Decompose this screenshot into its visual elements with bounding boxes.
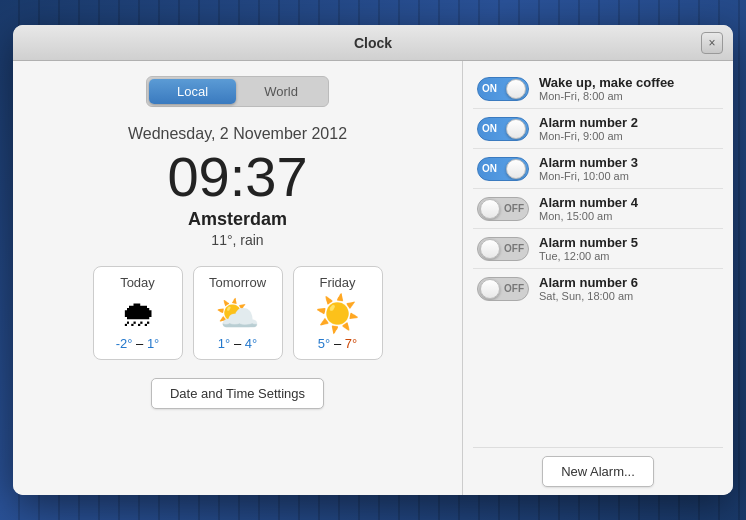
alarm-name: Alarm number 6 (539, 275, 719, 290)
alarm-name: Wake up, make coffee (539, 75, 719, 90)
toggle-off-label: OFF (504, 243, 524, 254)
alarm-schedule: Mon-Fri, 8:00 am (539, 90, 719, 102)
weather-temp: -2° – 1° (116, 336, 160, 351)
tab-local[interactable]: Local (149, 79, 236, 104)
alarm-toggle-3[interactable]: ON (477, 157, 529, 181)
weather-card-day: Tomorrow (209, 275, 266, 290)
alarm-name: Alarm number 4 (539, 195, 719, 210)
time-display: 09:37 (167, 149, 307, 205)
toggle-knob (506, 79, 526, 99)
toggle-knob (480, 279, 500, 299)
alarm-row: ONAlarm number 2Mon-Fri, 9:00 am (473, 109, 723, 149)
tab-switcher: Local World (146, 76, 329, 107)
alarm-row: OFFAlarm number 6Sat, Sun, 18:00 am (473, 269, 723, 308)
right-bottom: New Alarm... (473, 447, 723, 487)
alarm-schedule: Sat, Sun, 18:00 am (539, 290, 719, 302)
toggle-knob (506, 119, 526, 139)
close-button[interactable]: × (701, 32, 723, 54)
alarm-name: Alarm number 5 (539, 235, 719, 250)
alarm-toggle-2[interactable]: ON (477, 117, 529, 141)
alarm-schedule: Tue, 12:00 am (539, 250, 719, 262)
weather-temp: 1° – 4° (218, 336, 257, 351)
alarm-row: ONAlarm number 3Mon-Fri, 10:00 am (473, 149, 723, 189)
alarm-toggle-1[interactable]: ON (477, 77, 529, 101)
window-title: Clock (354, 35, 392, 51)
left-panel: Local World Wednesday, 2 November 2012 0… (13, 61, 463, 495)
alarm-info: Alarm number 4Mon, 15:00 am (539, 195, 719, 222)
tab-world[interactable]: World (236, 79, 326, 104)
alarm-schedule: Mon, 15:00 am (539, 210, 719, 222)
city-display: Amsterdam (188, 209, 287, 230)
clock-window: Clock × Local World Wednesday, 2 Novembe… (13, 25, 733, 495)
toggle-off-label: OFF (504, 203, 524, 214)
alarm-row: ONWake up, make coffeeMon-Fri, 8:00 am (473, 69, 723, 109)
alarm-toggle-4[interactable]: OFF (477, 197, 529, 221)
toggle-on-label: ON (482, 83, 497, 94)
weather-card: Tomorrow⛅1° – 4° (193, 266, 283, 360)
toggle-knob (480, 199, 500, 219)
weather-summary: 11°, rain (211, 232, 263, 248)
weather-card-day: Friday (319, 275, 355, 290)
weather-cards: Today🌧-2° – 1°Tomorrow⛅1° – 4°Friday☀️5°… (93, 266, 383, 360)
toggle-off-label: OFF (504, 283, 524, 294)
alarm-row: OFFAlarm number 5Tue, 12:00 am (473, 229, 723, 269)
weather-icon: ⛅ (215, 296, 260, 332)
alarm-toggle-5[interactable]: OFF (477, 237, 529, 261)
alarm-row: OFFAlarm number 4Mon, 15:00 am (473, 189, 723, 229)
weather-card: Friday☀️5° – 7° (293, 266, 383, 360)
alarm-schedule: Mon-Fri, 10:00 am (539, 170, 719, 182)
toggle-knob (480, 239, 500, 259)
toggle-on-label: ON (482, 123, 497, 134)
alarm-info: Alarm number 2Mon-Fri, 9:00 am (539, 115, 719, 142)
new-alarm-button[interactable]: New Alarm... (542, 456, 654, 487)
alarms-list: ONWake up, make coffeeMon-Fri, 8:00 amON… (473, 69, 723, 443)
alarm-toggle-6[interactable]: OFF (477, 277, 529, 301)
weather-temp: 5° – 7° (318, 336, 357, 351)
alarm-info: Alarm number 5Tue, 12:00 am (539, 235, 719, 262)
alarm-name: Alarm number 3 (539, 155, 719, 170)
alarm-name: Alarm number 2 (539, 115, 719, 130)
toggle-on-label: ON (482, 163, 497, 174)
weather-card-day: Today (120, 275, 155, 290)
alarm-schedule: Mon-Fri, 9:00 am (539, 130, 719, 142)
weather-icon: 🌧 (120, 296, 156, 332)
alarm-info: Alarm number 6Sat, Sun, 18:00 am (539, 275, 719, 302)
alarm-info: Wake up, make coffeeMon-Fri, 8:00 am (539, 75, 719, 102)
weather-icon: ☀️ (315, 296, 360, 332)
date-display: Wednesday, 2 November 2012 (128, 125, 347, 143)
date-time-settings-button[interactable]: Date and Time Settings (151, 378, 324, 409)
right-panel: ONWake up, make coffeeMon-Fri, 8:00 amON… (463, 61, 733, 495)
titlebar: Clock × (13, 25, 733, 61)
main-content: Local World Wednesday, 2 November 2012 0… (13, 61, 733, 495)
toggle-knob (506, 159, 526, 179)
alarm-info: Alarm number 3Mon-Fri, 10:00 am (539, 155, 719, 182)
weather-card: Today🌧-2° – 1° (93, 266, 183, 360)
